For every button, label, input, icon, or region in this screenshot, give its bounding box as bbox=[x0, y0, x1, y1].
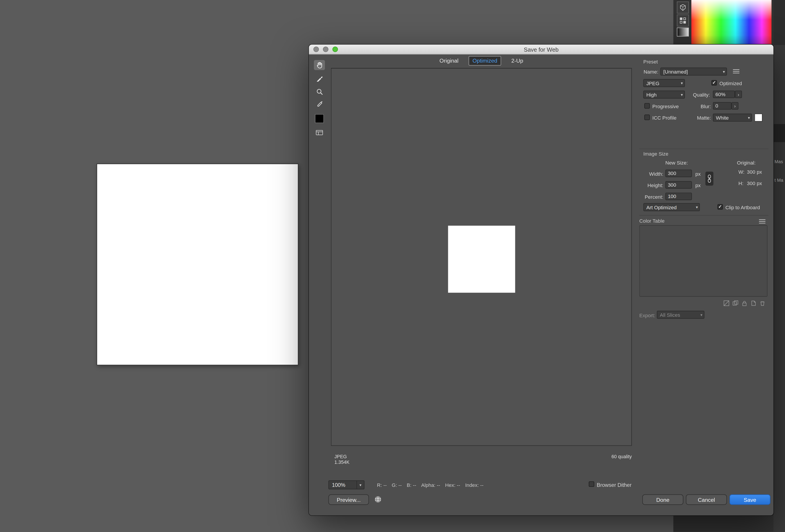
eyedropper-tool[interactable] bbox=[314, 99, 325, 109]
readout-r: R: -- bbox=[377, 482, 387, 488]
preview-in-browser-button[interactable]: Preview... bbox=[328, 495, 369, 505]
close-button[interactable] bbox=[313, 47, 319, 52]
save-for-web-dialog: Save for Web Original Optimized 2-Up bbox=[309, 45, 774, 515]
chevron-down-icon: ▾ bbox=[681, 81, 683, 86]
cancel-button[interactable]: Cancel bbox=[686, 495, 727, 505]
export-slices-select[interactable]: All Slices ▾ bbox=[657, 311, 705, 319]
original-width-label: W: bbox=[738, 169, 744, 175]
matte-label: Matte: bbox=[679, 115, 711, 121]
window-controls bbox=[313, 47, 338, 52]
color-spectrum[interactable] bbox=[691, 0, 771, 44]
clip-to-artboard-label: Clip to Artboard bbox=[726, 205, 760, 211]
matte-color-swatch[interactable] bbox=[754, 113, 762, 122]
percent-label: Percent: bbox=[634, 194, 663, 200]
original-height-label: H: bbox=[738, 181, 743, 187]
chevron-down-icon: ▾ bbox=[701, 313, 703, 318]
file-size-label: 1.354K bbox=[334, 459, 349, 465]
docked-panel-gradient-icon[interactable] bbox=[677, 27, 689, 36]
docked-panel-swatches-icon[interactable] bbox=[677, 15, 689, 27]
progressive-checkbox[interactable] bbox=[644, 103, 650, 109]
zoom-level-select[interactable]: 100% ▾ bbox=[328, 480, 364, 489]
new-size-label: New Size: bbox=[665, 160, 688, 166]
chevron-down-icon: ▾ bbox=[723, 70, 725, 75]
zoom-level-value: 100% bbox=[332, 482, 345, 488]
width-label: Width: bbox=[637, 171, 663, 177]
section-divider bbox=[639, 215, 769, 216]
eyedropper-icon bbox=[315, 100, 323, 108]
file-format-select[interactable]: JPEG ▾ bbox=[643, 79, 685, 87]
optimized-label: Optimized bbox=[719, 80, 742, 86]
toggle-slices-button[interactable] bbox=[314, 128, 325, 138]
height-input[interactable]: 300 bbox=[665, 181, 692, 189]
window-titlebar[interactable]: Save for Web bbox=[309, 45, 774, 55]
tab-optimized[interactable]: Optimized bbox=[469, 56, 501, 66]
collapsed-panel-column: Mas t Ma bbox=[774, 0, 785, 532]
readout-hex: Hex: -- bbox=[445, 482, 460, 488]
color-table-menu-icon[interactable] bbox=[759, 219, 765, 223]
slices-visibility-icon bbox=[315, 129, 323, 136]
preview-area[interactable] bbox=[331, 68, 632, 446]
blur-slider-button[interactable]: › bbox=[731, 102, 738, 110]
readout-b: B: -- bbox=[407, 482, 416, 488]
preset-name-select[interactable]: [Unnamed] ▾ bbox=[660, 68, 727, 76]
readout-index: Index: -- bbox=[465, 482, 483, 488]
chain-icon bbox=[707, 174, 712, 184]
quality-value-field[interactable]: 60% bbox=[713, 90, 735, 98]
width-input[interactable]: 300 bbox=[665, 170, 692, 177]
minimize-button[interactable] bbox=[323, 47, 329, 52]
tab-original[interactable]: Original bbox=[435, 56, 462, 66]
eyedropper-color-swatch[interactable] bbox=[315, 114, 324, 123]
tab-2up[interactable]: 2-Up bbox=[507, 56, 527, 66]
compression-quality-select[interactable]: High ▾ bbox=[643, 90, 685, 99]
browser-dither-checkbox[interactable] bbox=[589, 481, 594, 487]
preset-section-title: Preset bbox=[643, 59, 658, 64]
docked-panel-cube-icon[interactable] bbox=[677, 2, 689, 14]
preset-menu-icon[interactable] bbox=[733, 69, 739, 74]
new-color-button[interactable] bbox=[751, 300, 757, 306]
quality-slider-button[interactable]: › bbox=[735, 90, 742, 98]
slice-select-tool[interactable] bbox=[314, 74, 325, 84]
hand-tool[interactable] bbox=[314, 60, 325, 70]
quality-label: Quality: bbox=[679, 92, 710, 98]
blur-label: Blur: bbox=[679, 104, 711, 109]
preset-name-label: Name: bbox=[639, 69, 658, 75]
link-dimensions-button[interactable] bbox=[705, 172, 713, 186]
chevron-down-icon: ▾ bbox=[748, 115, 750, 121]
truncated-panel-label: t Ma bbox=[775, 178, 783, 183]
anti-aliasing-select[interactable]: Art Optimized ▾ bbox=[643, 203, 700, 211]
optimized-checkbox[interactable]: ✓ bbox=[711, 80, 717, 86]
optimized-image bbox=[448, 226, 515, 293]
zoom-tool[interactable] bbox=[314, 86, 325, 97]
matte-select[interactable]: White ▾ bbox=[713, 113, 752, 122]
readout-alpha: Alpha: -- bbox=[421, 482, 440, 488]
browser-dither-label: Browser Dither bbox=[597, 482, 631, 488]
export-label: Export: bbox=[639, 313, 655, 319]
original-height-value: 300 px bbox=[747, 181, 762, 187]
color-readout: R: -- G: -- B: -- Alpha: -- Hex: -- Inde… bbox=[377, 482, 483, 488]
icc-profile-checkbox[interactable] bbox=[644, 115, 650, 120]
clip-to-artboard-checkbox[interactable]: ✓ bbox=[717, 204, 723, 210]
percent-input[interactable]: 100 bbox=[665, 193, 692, 200]
quality-readout: 60 quality bbox=[331, 454, 632, 459]
hand-icon bbox=[315, 61, 323, 69]
save-button[interactable]: Save bbox=[729, 495, 770, 505]
chevron-down-icon: ▾ bbox=[356, 481, 364, 489]
done-button[interactable]: Done bbox=[642, 495, 683, 505]
zoom-button[interactable] bbox=[332, 47, 338, 52]
progressive-label: Progressive bbox=[652, 104, 679, 109]
magnifier-icon bbox=[315, 88, 323, 96]
color-table-section-title: Color Table bbox=[639, 218, 665, 224]
color-table[interactable] bbox=[639, 225, 767, 297]
browser-globe-icon[interactable] bbox=[374, 495, 382, 503]
original-label: Original: bbox=[737, 160, 756, 166]
shift-web-palette-button[interactable] bbox=[732, 300, 738, 306]
map-transparency-button[interactable] bbox=[724, 300, 730, 306]
lock-color-button[interactable] bbox=[741, 300, 748, 306]
original-width-value: 300 px bbox=[747, 169, 762, 175]
window-title: Save for Web bbox=[524, 46, 559, 52]
height-unit: px bbox=[695, 183, 701, 189]
preview-tabs: Original Optimized 2-Up bbox=[331, 56, 632, 66]
blur-value-field[interactable]: 0 bbox=[713, 102, 732, 110]
delete-color-button[interactable] bbox=[760, 300, 765, 306]
readout-g: G: -- bbox=[392, 482, 402, 488]
